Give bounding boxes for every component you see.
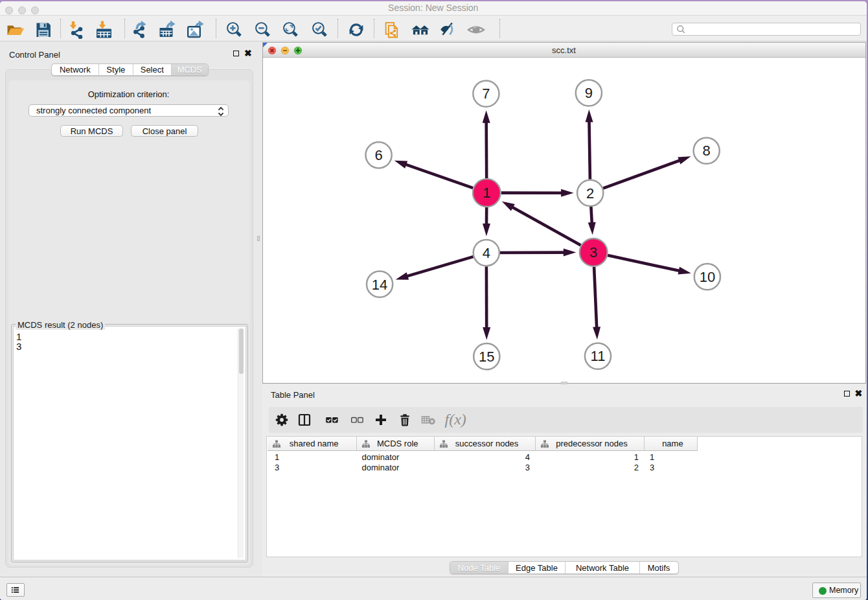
svg-text:3: 3 bbox=[589, 244, 597, 260]
svg-text:10: 10 bbox=[699, 269, 714, 285]
svg-text:14: 14 bbox=[371, 277, 387, 293]
svg-text:9: 9 bbox=[584, 85, 592, 101]
svg-text:1: 1 bbox=[483, 185, 490, 201]
svg-text:7: 7 bbox=[482, 86, 490, 102]
svg-text:15: 15 bbox=[479, 349, 494, 365]
svg-text:4: 4 bbox=[482, 245, 490, 261]
svg-text:6: 6 bbox=[374, 147, 382, 163]
svg-text:8: 8 bbox=[702, 143, 710, 159]
svg-text:2: 2 bbox=[586, 185, 594, 202]
svg-text:11: 11 bbox=[590, 348, 605, 364]
